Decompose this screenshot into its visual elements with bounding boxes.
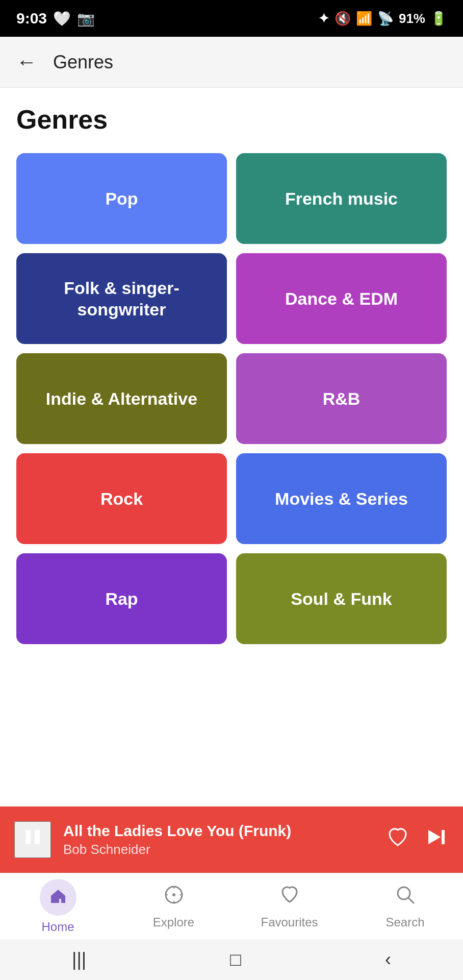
genre-card-rnb[interactable]: R&B xyxy=(236,353,447,444)
genre-label-dance-edm: Dance & EDM xyxy=(285,288,398,310)
pause-button[interactable] xyxy=(14,821,51,858)
battery-icon: 🔋 xyxy=(430,11,447,27)
now-playing-info: All the Ladies Love You (Frunk) Bob Schn… xyxy=(63,822,373,857)
wifi-icon: 📶 xyxy=(356,11,372,27)
svg-line-11 xyxy=(408,898,414,903)
genre-label-pop: Pop xyxy=(105,188,138,210)
battery-level: 91% xyxy=(399,11,425,27)
signal-icon: 📡 xyxy=(377,11,394,27)
genre-card-folk-singer[interactable]: Folk & singer-songwriter xyxy=(16,253,227,344)
home-icon xyxy=(49,885,67,910)
genre-card-dance-edm[interactable]: Dance & EDM xyxy=(236,253,447,344)
nav-label-favourites: Favourites xyxy=(261,915,318,929)
nav-label-home: Home xyxy=(41,920,74,934)
genre-card-pop[interactable]: Pop xyxy=(16,153,227,244)
genre-label-rnb: R&B xyxy=(323,388,361,410)
bottom-nav: Home Explore Favourites xyxy=(0,873,463,939)
top-bar-title: Genres xyxy=(53,52,113,73)
status-time: 9:03 xyxy=(16,10,47,27)
genre-card-rock[interactable]: Rock xyxy=(16,453,227,544)
nav-item-search[interactable]: Search xyxy=(347,873,463,939)
nav-item-home[interactable]: Home xyxy=(0,873,116,939)
svg-marker-2 xyxy=(428,830,441,844)
page-title: Genres xyxy=(16,104,447,135)
explore-icon xyxy=(163,884,185,911)
android-home-btn[interactable]: □ xyxy=(230,949,241,970)
genre-label-rap: Rap xyxy=(105,588,138,610)
nav-item-explore[interactable]: Explore xyxy=(116,873,232,939)
genre-label-rock: Rock xyxy=(100,488,143,510)
nav-label-explore: Explore xyxy=(153,915,194,929)
android-back-btn[interactable]: ‹ xyxy=(385,949,391,970)
svg-rect-3 xyxy=(442,830,445,844)
home-icon-bg xyxy=(40,879,76,916)
back-arrow-icon: ← xyxy=(16,51,37,74)
now-playing-bar: All the Ladies Love You (Frunk) Bob Schn… xyxy=(0,806,463,873)
genre-label-soul-funk: Soul & Funk xyxy=(291,588,392,610)
search-icon xyxy=(394,884,417,911)
camera-icon: 📷 xyxy=(77,10,95,27)
android-nav: ||| □ ‹ xyxy=(0,939,463,980)
genre-card-soul-funk[interactable]: Soul & Funk xyxy=(236,553,447,644)
bluetooth-icon: ✦ xyxy=(318,11,329,27)
genre-card-french-music[interactable]: French music xyxy=(236,153,447,244)
genre-card-movies-series[interactable]: Movies & Series xyxy=(236,453,447,544)
heart-button[interactable] xyxy=(385,825,410,855)
genre-card-rap[interactable]: Rap xyxy=(16,553,227,644)
genre-label-indie-alternative: Indie & Alternative xyxy=(46,388,197,410)
now-playing-artist: Bob Schneider xyxy=(63,842,373,857)
top-bar: ← Genres xyxy=(0,37,463,88)
nav-item-favourites[interactable]: Favourites xyxy=(232,873,347,939)
genre-card-indie-alternative[interactable]: Indie & Alternative xyxy=(16,353,227,444)
genre-label-french-music: French music xyxy=(285,188,398,210)
now-playing-title: All the Ladies Love You (Frunk) xyxy=(63,822,373,840)
genre-label-folk-singer: Folk & singer-songwriter xyxy=(24,277,219,321)
nav-label-search: Search xyxy=(385,915,424,929)
svg-rect-0 xyxy=(25,830,31,844)
now-playing-actions xyxy=(385,825,449,855)
svg-point-5 xyxy=(172,893,175,896)
main-content: Genres PopFrench musicFolk & singer-song… xyxy=(0,88,463,806)
favourites-icon xyxy=(278,884,301,911)
genre-grid: PopFrench musicFolk & singer-songwriterD… xyxy=(16,153,447,654)
back-button[interactable]: ← xyxy=(16,51,37,74)
status-bar: 9:03 🤍 📷 ✦ 🔇 📶 📡 91% 🔋 xyxy=(0,0,463,37)
android-menu-btn[interactable]: ||| xyxy=(72,949,86,970)
mute-icon: 🔇 xyxy=(335,11,351,27)
genre-label-movies-series: Movies & Series xyxy=(275,488,408,510)
health-icon: 🤍 xyxy=(53,10,71,27)
svg-rect-1 xyxy=(35,830,40,844)
next-button[interactable] xyxy=(424,825,449,855)
pause-icon xyxy=(21,826,44,853)
